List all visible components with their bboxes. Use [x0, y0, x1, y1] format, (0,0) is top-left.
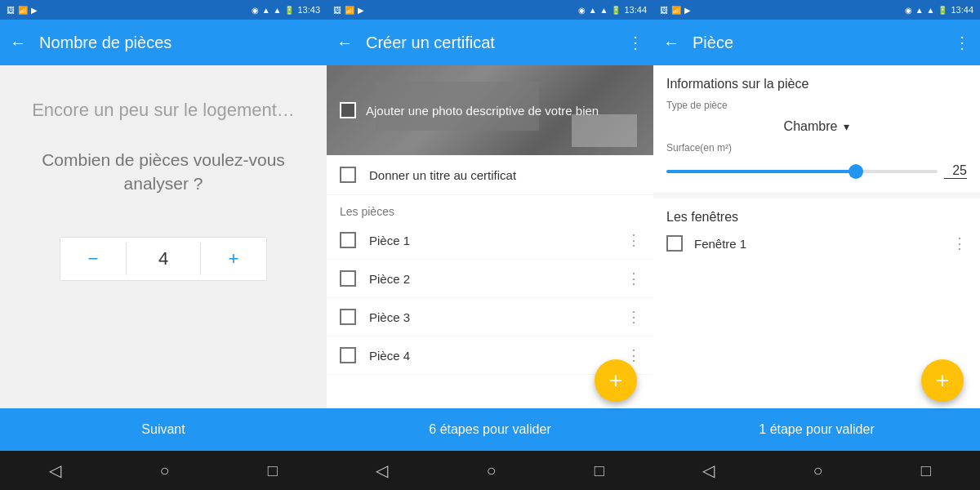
screen2-title: Créer un certificat [366, 33, 614, 52]
app-bar-2: ← Créer un certificat ⋮ [327, 20, 653, 65]
more-piece2[interactable]: ⋮ [626, 270, 640, 287]
photo-banner-overlay: Ajouter une photo descriptive de votre b… [327, 65, 653, 155]
back-arrow-3[interactable]: ← [663, 33, 679, 52]
type-value: Chambre [784, 119, 838, 134]
info-section: Informations sur la pièce Type de pièce … [653, 65, 980, 192]
nav-back-3[interactable]: ◁ [702, 461, 715, 480]
screen3-content-wrap: Informations sur la pièce Type de pièce … [653, 65, 980, 451]
more-options-3[interactable]: ⋮ [954, 33, 970, 52]
counter-row: − 4 + [60, 237, 267, 281]
nav-bar-1: ◁ ○ □ [0, 451, 327, 490]
battery-icon-3: 🔋 [938, 6, 947, 15]
screen3-steps: 1 étape pour valider [759, 422, 874, 437]
nav-back-2[interactable]: ◁ [376, 461, 388, 480]
piece3-label: Pièce 3 [369, 310, 613, 324]
list-item-piece3[interactable]: Pièce 3 ⋮ [327, 298, 653, 336]
more-piece1[interactable]: ⋮ [626, 231, 640, 249]
photo-checkbox[interactable] [340, 102, 356, 118]
screen2-steps: 6 étapes pour valider [429, 422, 550, 437]
screen1: 🖼 📶 ▶ ◉ ▲ ▲ 🔋 13:43 ← Nombre de pièces E… [0, 0, 327, 490]
status-bar-left-3: 🖼 📶 ▶ [660, 6, 691, 15]
list-item-piece1[interactable]: Pièce 1 ⋮ [327, 221, 653, 260]
screen3-bottom-action[interactable]: 1 étape pour valider [653, 408, 980, 451]
status-bar-3: 🖼 📶 ▶ ◉ ▲ ▲ 🔋 13:44 [653, 0, 980, 20]
signal-icon-2: 📶 [345, 6, 354, 15]
youtube-icon-3: ▶ [684, 6, 691, 15]
section-divider [653, 192, 980, 198]
nav-square-1[interactable]: □ [268, 461, 278, 480]
nav-bar-2: ◁ ○ □ [327, 451, 653, 490]
status-bar-1: 🖼 📶 ▶ ◉ ▲ ▲ 🔋 13:43 [0, 0, 327, 20]
more-piece3[interactable]: ⋮ [626, 308, 640, 326]
checkbox-piece4[interactable] [340, 347, 356, 363]
status-bar-left-1: 🖼 📶 ▶ [7, 6, 38, 15]
windows-section: Les fenêtres Fenêtre 1 ⋮ [653, 198, 980, 264]
time-2: 13:44 [624, 5, 647, 15]
back-arrow-2[interactable]: ← [336, 33, 353, 52]
image-icon-1: 🖼 [7, 6, 15, 15]
slider-fill [666, 170, 856, 173]
screen3-title: Pièce [693, 33, 941, 52]
nav-home-2[interactable]: ○ [486, 461, 496, 480]
info-section-title: Informations sur la pièce [666, 77, 967, 91]
signal-bars-2: ▲ [600, 6, 608, 15]
nav-home-1[interactable]: ○ [159, 461, 169, 480]
minus-button[interactable]: − [60, 238, 126, 280]
status-bar-right-2: ◉ ▲ ▲ 🔋 13:44 [578, 5, 647, 15]
status-bar-2: 🖼 📶 ▶ ◉ ▲ ▲ 🔋 13:44 [327, 0, 653, 20]
checkbox-piece3[interactable] [340, 309, 356, 325]
signal-bars-3: ▲ [927, 6, 935, 15]
screen2: 🖼 📶 ▶ ◉ ▲ ▲ 🔋 13:44 ← Créer un certifica… [327, 0, 653, 490]
screen2-bottom-action[interactable]: 6 étapes pour valider [327, 408, 653, 451]
back-arrow-1[interactable]: ← [10, 33, 26, 52]
surface-value: 25 [944, 163, 967, 179]
signal-bars-1: ▲ [274, 6, 282, 15]
youtube-icon-2: ▶ [358, 6, 364, 15]
status-bar-left-2: 🖼 📶 ▶ [333, 6, 364, 15]
counter-value: 4 [127, 238, 200, 280]
certificate-title-label: Donner un titre au certificat [369, 168, 516, 182]
checkbox-piece1[interactable] [340, 232, 356, 248]
youtube-icon-1: ▶ [31, 6, 38, 15]
signal-icon-1: 📶 [18, 6, 28, 15]
nav-square-2[interactable]: □ [595, 461, 604, 480]
certificate-checkbox[interactable] [340, 167, 356, 183]
nav-square-3[interactable]: □ [921, 461, 931, 480]
slider-thumb[interactable] [849, 164, 863, 179]
more-piece4[interactable]: ⋮ [626, 346, 640, 364]
photo-banner[interactable]: Ajouter une photo descriptive de votre b… [327, 65, 653, 155]
plus-button[interactable]: + [201, 238, 266, 280]
fab-screen2[interactable]: + [595, 359, 637, 402]
certificate-title-row[interactable]: Donner un titre au certificat [327, 155, 653, 195]
list-item-piece2[interactable]: Pièce 2 ⋮ [327, 260, 653, 298]
screen2-content-wrap: Ajouter une photo descriptive de votre b… [327, 65, 653, 451]
app-bar-3: ← Pièce ⋮ [653, 20, 980, 65]
nav-bar-3: ◁ ○ □ [653, 451, 980, 490]
battery-icon-2: 🔋 [611, 6, 621, 15]
fab-plus-icon-2: + [609, 369, 622, 392]
checkbox-window1[interactable] [666, 235, 683, 252]
status-bar-right-1: ◉ ▲ ▲ 🔋 13:43 [252, 5, 320, 15]
pieces-section-header: Les pièces [327, 195, 653, 221]
piece1-label: Pièce 1 [369, 234, 613, 247]
wifi-icon-1: ▲ [262, 6, 270, 15]
location-icon-1: ◉ [252, 6, 259, 15]
fab-screen3[interactable]: + [921, 359, 964, 402]
more-options-2[interactable]: ⋮ [627, 33, 644, 52]
signal-icon-3: 📶 [671, 6, 681, 15]
screen3: 🖼 📶 ▶ ◉ ▲ ▲ 🔋 13:44 ← Pièce ⋮ Informatio… [653, 0, 980, 490]
dropdown-arrow-icon: ▾ [844, 120, 849, 133]
windows-section-title: Les fenêtres [666, 210, 967, 225]
more-window1[interactable]: ⋮ [952, 234, 967, 252]
wifi-icon-2: ▲ [589, 6, 597, 15]
nav-back-1[interactable]: ◁ [49, 461, 61, 480]
app-bar-1: ← Nombre de pièces [0, 20, 327, 65]
window1-item[interactable]: Fenêtre 1 ⋮ [666, 234, 967, 252]
slider-track[interactable] [666, 170, 938, 173]
checkbox-piece2[interactable] [340, 270, 356, 287]
screen1-bottom-action[interactable]: Suivant [0, 408, 327, 451]
screen1-title: Nombre de pièces [39, 33, 317, 52]
type-dropdown[interactable]: Chambre ▾ [666, 114, 967, 142]
surface-row: 25 [666, 157, 967, 185]
nav-home-3[interactable]: ○ [813, 461, 822, 480]
